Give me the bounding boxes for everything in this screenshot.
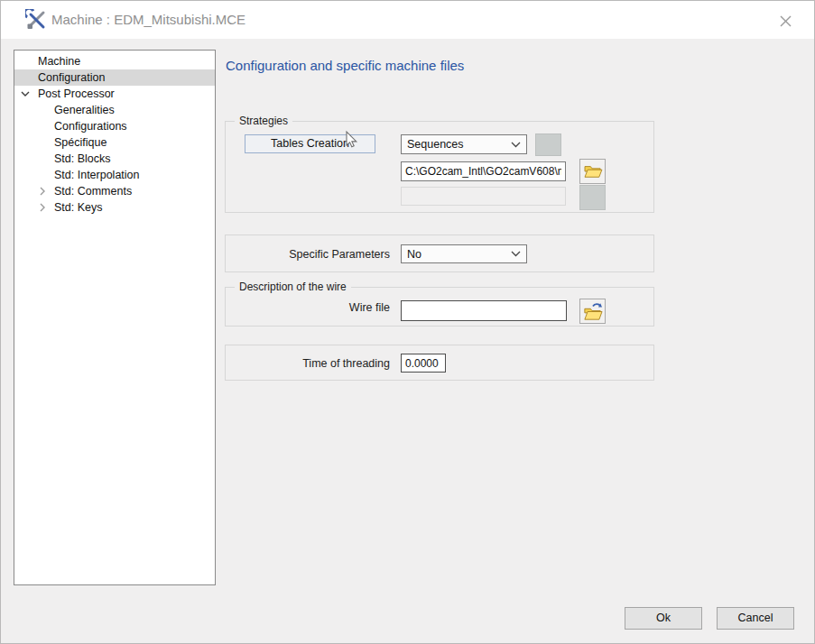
browse-strategy-file-button[interactable]	[579, 159, 606, 184]
tools-icon	[25, 9, 47, 31]
chevron-down-icon	[511, 142, 521, 148]
specific-parameters-value: No	[407, 248, 421, 261]
title-bar: Machine : EDM_Mitsubishi.MCE	[1, 1, 814, 39]
wire-description-group: Description of the wire Wire file	[225, 287, 654, 327]
tree-item-label: Std: Keys	[54, 201, 103, 214]
tree-item-post-processor[interactable]: Post Processor	[14, 86, 215, 102]
specific-parameters-label: Specific Parameters	[226, 235, 397, 273]
tree-item-label: Configurations	[54, 120, 127, 133]
page-title: Configuration and specific machine files	[226, 58, 464, 73]
threading-time-label: Time of threading	[226, 345, 397, 382]
chevron-down-icon	[511, 251, 521, 257]
tree-item-label: Generalities	[54, 104, 115, 116]
chevron-right-icon[interactable]	[40, 203, 45, 212]
wire-file-field[interactable]	[401, 300, 567, 321]
specific-parameters-dropdown[interactable]: No	[401, 244, 527, 263]
chevron-right-icon[interactable]	[40, 187, 45, 196]
ok-button[interactable]: Ok	[625, 607, 702, 630]
tree-item-label: Std: Interpolation	[54, 169, 140, 181]
tree-item-sp-cifique[interactable]: Spécifique	[14, 134, 215, 151]
window-title: Machine : EDM_Mitsubishi.MCE	[51, 1, 245, 39]
tables-creation-button[interactable]: Tables Creation	[245, 134, 375, 153]
tree-item-std-keys[interactable]: Std: Keys	[14, 199, 215, 216]
tree-item-label: Machine	[38, 55, 80, 68]
secondary-aux-button[interactable]	[579, 185, 606, 210]
strategies-aux-button[interactable]	[535, 133, 561, 156]
strategies-group-label: Strategies	[235, 115, 292, 127]
tree-item-configuration[interactable]: Configuration	[14, 69, 215, 86]
tree-item-label: Spécifique	[54, 136, 107, 149]
strategies-group: Strategies Tables Creation Sequences	[225, 121, 654, 213]
wire-file-label: Wire file	[226, 288, 397, 327]
tree-item-machine[interactable]: Machine	[14, 53, 215, 69]
tree-item-label: Std: Comments	[54, 185, 132, 198]
open-folder-icon	[583, 163, 603, 179]
close-icon[interactable]	[773, 8, 798, 33]
tree-item-label: Std: Blocks	[54, 152, 111, 165]
secondary-strategy-field	[401, 187, 566, 206]
machine-dialog-window: Machine : EDM_Mitsubishi.MCE MachineConf…	[0, 0, 815, 644]
navigation-tree: MachineConfigurationPost ProcessorGenera…	[14, 50, 216, 585]
tree-item-std-blocks[interactable]: Std: Blocks	[14, 151, 215, 167]
dialog-content: MachineConfigurationPost ProcessorGenera…	[1, 39, 814, 643]
specific-parameters-group: Specific Parameters No	[225, 235, 654, 272]
threading-time-field[interactable]	[401, 354, 446, 373]
tree-item-std-comments[interactable]: Std: Comments	[14, 183, 215, 199]
strategy-path-field[interactable]	[401, 161, 566, 181]
sequences-dropdown-value: Sequences	[407, 138, 464, 151]
tree-item-label: Post Processor	[38, 87, 115, 100]
tree-item-configurations[interactable]: Configurations	[14, 118, 215, 134]
tree-item-std-interpolation[interactable]: Std: Interpolation	[14, 167, 215, 183]
threading-time-group: Time of threading	[225, 345, 654, 381]
tree-item-generalities[interactable]: Generalities	[14, 102, 215, 118]
cancel-button[interactable]: Cancel	[717, 607, 794, 630]
chevron-down-icon[interactable]	[21, 91, 30, 97]
open-file-folder-icon	[583, 302, 603, 321]
browse-wire-file-button[interactable]	[579, 299, 606, 324]
tree-item-label: Configuration	[38, 71, 105, 84]
sequences-dropdown[interactable]: Sequences	[401, 134, 527, 154]
